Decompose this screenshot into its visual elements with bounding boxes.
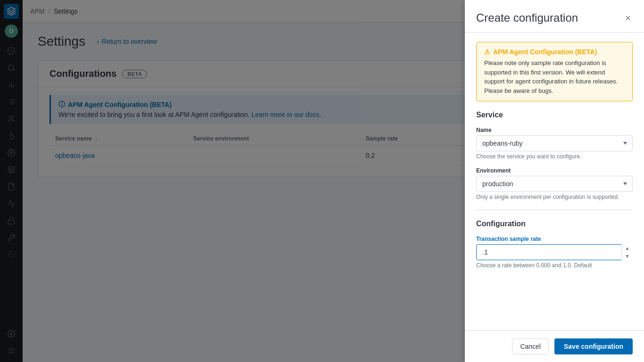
panel-footer: Cancel Save configuration bbox=[465, 330, 644, 362]
transaction-rate-label: Transaction sample rate bbox=[476, 236, 633, 242]
name-select[interactable]: opbeans-ruby opbeans-java opbeans-node bbox=[476, 135, 633, 151]
name-select-wrapper: opbeans-ruby opbeans-java opbeans-node bbox=[476, 135, 633, 151]
spinner-down[interactable]: ▼ bbox=[622, 252, 633, 260]
service-section: Service Name opbeans-ruby opbeans-java o… bbox=[476, 111, 633, 200]
name-field: Name opbeans-ruby opbeans-java opbeans-n… bbox=[476, 127, 633, 160]
section-divider bbox=[476, 210, 633, 210]
transaction-rate-input-wrapper: ▲ ▼ bbox=[476, 244, 633, 260]
name-label: Name bbox=[476, 127, 633, 133]
create-configuration-panel: Create configuration × ⚠ APM Agent Confi… bbox=[465, 0, 644, 362]
panel-alert-text: Please note only sample rate configurati… bbox=[484, 58, 625, 95]
spinner-up[interactable]: ▲ bbox=[622, 244, 633, 252]
environment-hint: Only a single environment per configurat… bbox=[476, 194, 633, 200]
environment-label: Environment bbox=[476, 167, 633, 174]
transaction-rate-input[interactable] bbox=[476, 244, 633, 260]
transaction-rate-hint: Choose a rate between 0.000 and 1.0. Def… bbox=[476, 262, 633, 269]
transaction-rate-field: Transaction sample rate ▲ ▼ Choose a rat… bbox=[476, 236, 633, 269]
panel-body: ⚠ APM Agent Configuration (BETA) Please … bbox=[465, 33, 644, 330]
name-hint: Choose the service you want to configure… bbox=[476, 153, 633, 160]
configuration-section-title: Configuration bbox=[476, 220, 633, 228]
panel-title: Create configuration bbox=[476, 11, 578, 25]
warning-icon: ⚠ bbox=[484, 48, 490, 56]
panel-alert-title: ⚠ APM Agent Configuration (BETA) bbox=[484, 48, 625, 56]
panel-header: Create configuration × bbox=[465, 0, 644, 33]
environment-select-wrapper: production staging development bbox=[476, 176, 633, 192]
service-section-title: Service bbox=[476, 111, 633, 119]
input-spinners: ▲ ▼ bbox=[621, 244, 633, 260]
environment-select[interactable]: production staging development bbox=[476, 176, 633, 192]
save-configuration-button[interactable]: Save configuration bbox=[554, 338, 633, 354]
panel-close-button[interactable]: × bbox=[623, 11, 633, 25]
configuration-section: Configuration Transaction sample rate ▲ … bbox=[476, 220, 633, 269]
environment-field: Environment production staging developme… bbox=[476, 167, 633, 200]
transaction-rate-link[interactable]: Transaction sample rate bbox=[476, 236, 541, 242]
panel-alert: ⚠ APM Agent Configuration (BETA) Please … bbox=[476, 42, 633, 101]
cancel-button[interactable]: Cancel bbox=[512, 338, 549, 354]
